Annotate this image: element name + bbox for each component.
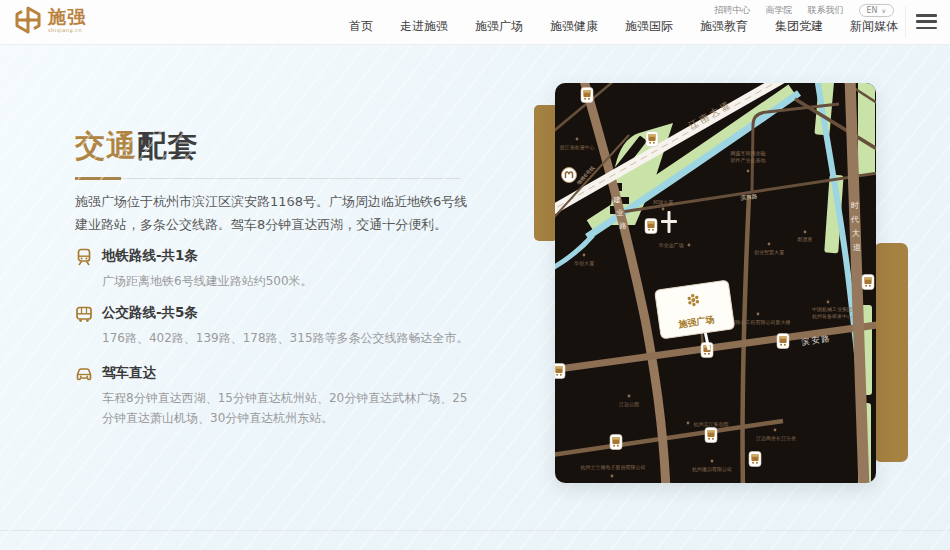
list-item-bus: 公交路线-共5条 176路、402路、139路、178路、315路等多条公交线路… [75,304,479,349]
map-label: 江边商会长江分会 [756,435,796,442]
location-map-svg: 地铁6号线 江南大道 滨安路 滨兴路 建 业 路 时 [555,83,876,483]
map-label: 杭州士兰微电子股份有限公司 [580,464,646,471]
nav-item-international[interactable]: 施强国际 [625,18,673,35]
location-map: 地铁6号线 江南大道 滨安路 滨兴路 建 业 路 时 [555,83,876,483]
map-label: 浙江省血液中心 [560,144,595,151]
page-title: 交通配套 [75,126,199,167]
main-nav: 首页 走进施强 施强广场 施强健康 施强国际 施强教育 集团党建 新闻媒体 [349,18,898,35]
utility-link-school[interactable]: 商学院 [766,4,793,17]
map-label: 中国联合工程有限公司新大楼 [726,319,791,326]
logo[interactable]: 施强 shiqiang.cn [14,6,86,34]
bus-icon [75,304,93,349]
map-label: 和瑞大厦 [653,199,673,206]
map-label: 郡原里 [798,236,813,243]
chevron-down-icon: ∨ [882,7,886,14]
transport-section: 交通配套 施强广场位于杭州市滨江区滨安路1168号。广场周边临近地铁6号线建业路… [0,44,950,550]
nav-item-plaza[interactable]: 施强广场 [475,18,523,35]
svg-text:时: 时 [851,201,859,210]
bus-stop-icon [555,364,565,379]
map-label: 创业智慧大厦 [754,249,784,256]
bronze-deco-right [874,243,908,462]
map-label: 杭州康尔有限公司 [691,466,732,473]
nav-item-health[interactable]: 施强健康 [550,18,598,35]
hamburger-menu-icon[interactable] [916,14,937,29]
nav-item-news[interactable]: 新闻媒体 [850,18,898,35]
logo-subtext: shiqiang.cn [48,28,86,33]
language-label: EN [867,6,878,15]
list-item-metro: 地铁路线-共1条 广场距离地铁6号线建业路站约500米。 [75,247,479,292]
bus-stop-icon [646,132,658,147]
svg-text:业: 业 [617,209,624,217]
bus-stop-icon [581,88,593,103]
page: 施强 shiqiang.cn 招聘中心 商学院 联系我们 EN ∨ 首页 走进施… [0,0,950,550]
map-label: 网盛互联网金融 [731,150,766,157]
item-desc: 176路、402路、139路、178路、315路等多条公交线路畅达全市。 [102,329,469,349]
bus-stop-icon [749,452,761,467]
nav-item-about[interactable]: 走进施强 [400,18,448,35]
bottom-divider [0,530,950,531]
header-divider [905,6,906,38]
svg-text:大: 大 [852,229,860,238]
map-label: 江边公园 [619,401,639,408]
map-label: 华创大厦 [574,260,594,267]
map-label: 杭州装备研发中心 [811,313,852,320]
logo-wordmark: 施强 [48,8,86,26]
metro-station-icon [562,168,577,183]
map-label: 软件产业化基地 [731,157,766,164]
item-title: 地铁路线-共1条 [102,247,313,265]
nav-item-home[interactable]: 首页 [349,18,373,35]
landmark-callout: 施强广场 [655,280,735,339]
svg-text:建: 建 [613,196,621,204]
utility-link-recruit[interactable]: 招聘中心 [715,4,751,17]
car-icon [75,364,93,429]
item-title: 公交路线-共5条 [102,304,469,322]
map-label: 杭州滨江集创园 [693,421,729,428]
map-label: 华业达广场 [659,242,684,249]
map-label: 中国机械工业集团 [812,306,852,313]
language-dropdown[interactable]: EN ∨ [859,4,894,17]
title-underline [75,177,460,180]
bus-stop-icon [610,435,622,450]
top-navbar: 施强 shiqiang.cn 招聘中心 商学院 联系我们 EN ∨ 首页 走进施… [0,0,950,45]
item-desc: 广场距离地铁6号线建业路站约500米。 [102,272,313,292]
svg-text:路: 路 [620,222,627,230]
metro-icon [75,247,93,292]
utility-links: 招聘中心 商学院 联系我们 EN ∨ [715,4,894,17]
logo-hexagon-icon [14,6,42,34]
intro-paragraph: 施强广场位于杭州市滨江区滨安路1168号。广场周边临近地铁6号线建业路站，多条公… [75,190,469,237]
bus-stop-icon [777,334,789,349]
list-item-car: 驾车直达 车程8分钟直达西湖、15分钟直达杭州站、20分钟直达武林广场、25分钟… [75,364,479,429]
svg-text:道: 道 [853,243,861,252]
bus-stop-icon [862,275,874,290]
svg-text:代: 代 [850,215,859,224]
bus-stop-icon [645,219,657,234]
nav-item-education[interactable]: 施强教育 [700,18,748,35]
nav-item-party[interactable]: 集团党建 [775,18,823,35]
bus-stop-icon [705,428,717,443]
utility-link-contact[interactable]: 联系我们 [808,4,844,17]
item-title: 驾车直达 [102,364,479,382]
item-desc: 车程8分钟直达西湖、15分钟直达杭州站、20分钟直达武林广场、25分钟直达萧山机… [102,389,479,429]
